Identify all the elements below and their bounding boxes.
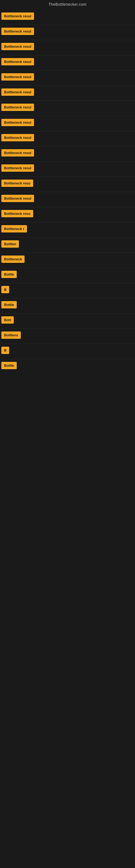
result-row: Bottlen — [0, 238, 135, 253]
bottleneck-badge[interactable]: Bottleneck — [1, 255, 25, 263]
result-row: Bottleneck resul — [0, 162, 135, 177]
bottleneck-badge[interactable]: B — [1, 286, 9, 293]
result-row: Bottle — [0, 268, 135, 283]
bottleneck-badge[interactable]: Bottleneck resul — [1, 134, 34, 141]
bottleneck-badge[interactable]: Bottleneck resul — [1, 119, 34, 126]
bottleneck-badge[interactable]: Bottleneck resu — [1, 210, 33, 217]
bottleneck-badge[interactable]: Bottleneck resul — [1, 88, 34, 96]
result-row: Bottleneck resu — [0, 207, 135, 222]
result-row: B — [0, 344, 135, 359]
bottleneck-badge[interactable]: Bottleneck resul — [1, 104, 34, 111]
result-row: Bott — [0, 314, 135, 329]
result-row: Bottleneck resul — [0, 131, 135, 147]
bottleneck-badge[interactable]: Bottleneck resul — [1, 12, 34, 20]
bottleneck-badge[interactable]: Bottleneck resul — [1, 43, 34, 50]
result-row: Bottle — [0, 299, 135, 314]
bottleneck-badge[interactable]: Bott — [1, 316, 14, 323]
bottleneck-badge[interactable]: B — [1, 347, 9, 354]
bottleneck-badge[interactable]: Bottleneck resul — [1, 149, 34, 156]
result-row: Bottleneck resul — [0, 10, 135, 25]
bottleneck-badge[interactable]: Bottleneck resul — [1, 73, 34, 81]
bottleneck-badge[interactable]: Bottlen — [1, 240, 19, 248]
result-row: Bottleneck resu — [0, 177, 135, 192]
result-row: Bottleneck resul — [0, 40, 135, 55]
result-row: Bottleneck resul — [0, 25, 135, 40]
bottleneck-badge[interactable]: Bottleneck resul — [1, 164, 34, 172]
bottleneck-badge[interactable]: Bottlens — [1, 332, 21, 339]
result-row: Bottleneck resul — [0, 147, 135, 162]
result-row: Bottleneck resul — [0, 86, 135, 101]
result-row: B — [0, 283, 135, 299]
site-title: TheBottlenecker.com — [0, 0, 135, 10]
results-container: Bottleneck resulBottleneck resulBottlene… — [0, 10, 135, 374]
bottleneck-badge[interactable]: Bottle — [1, 362, 17, 369]
site-header: TheBottlenecker.com — [0, 0, 135, 10]
result-row: Bottleneck — [0, 253, 135, 268]
bottleneck-badge[interactable]: Bottle — [1, 301, 17, 308]
result-row: Bottleneck resul — [0, 192, 135, 207]
bottleneck-badge[interactable]: Bottle — [1, 271, 17, 278]
result-row: Bottlens — [0, 329, 135, 344]
bottleneck-badge[interactable]: Bottleneck resul — [1, 58, 34, 65]
result-row: Bottleneck r — [0, 222, 135, 238]
bottleneck-badge[interactable]: Bottleneck resu — [1, 180, 33, 187]
result-row: Bottleneck resul — [0, 70, 135, 86]
result-row: Bottleneck resul — [0, 101, 135, 116]
bottleneck-badge[interactable]: Bottleneck resul — [1, 28, 34, 35]
result-row: Bottle — [0, 359, 135, 374]
result-row: Bottleneck resul — [0, 55, 135, 70]
result-row: Bottleneck resul — [0, 116, 135, 131]
bottleneck-badge[interactable]: Bottleneck r — [1, 225, 27, 232]
bottleneck-badge[interactable]: Bottleneck resul — [1, 195, 34, 202]
